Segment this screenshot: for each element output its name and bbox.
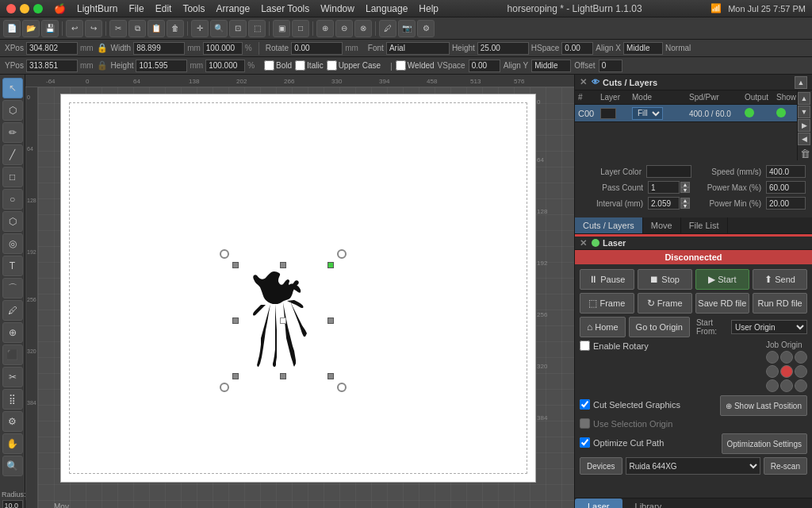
menu-language[interactable]: Language (366, 3, 408, 14)
spiral-tool[interactable]: ◎ (2, 233, 23, 254)
cuts-right-arrow[interactable]: ▶ (798, 119, 810, 132)
use-selection-check-row[interactable]: Use Selection Origin (580, 418, 672, 429)
interval-input[interactable] (648, 197, 680, 210)
origin-bl[interactable] (766, 379, 779, 392)
italic-checkbox[interactable] (295, 60, 305, 71)
handle-tm[interactable] (280, 262, 286, 268)
zoom-tool[interactable]: 🔍 (2, 456, 23, 476)
center-handle[interactable] (280, 318, 286, 324)
pass-count-input[interactable] (648, 181, 680, 194)
redo-btn[interactable]: ↪ (85, 20, 102, 37)
cuts-down-arrow[interactable]: ▼ (798, 106, 810, 118)
menu-help[interactable]: Help (419, 3, 439, 14)
handle-ml[interactable] (232, 318, 239, 324)
start-from-select[interactable]: User Origin Absolute Coords Current Posi… (731, 320, 807, 334)
font-input[interactable] (386, 42, 450, 55)
origin-mc[interactable] (780, 365, 793, 378)
start-btn[interactable]: ▶ Start (695, 269, 750, 290)
zoom-btn[interactable]: 🔍 (210, 20, 228, 37)
handle-tl[interactable] (232, 262, 239, 268)
ellipse-tool[interactable]: ○ (2, 189, 23, 210)
italic-check-label[interactable]: Italic (295, 60, 324, 71)
optimize-check-row[interactable]: Optimize Cut Path (580, 437, 664, 448)
handle-mr[interactable] (327, 318, 334, 324)
devices-btn[interactable]: Devices (580, 457, 622, 475)
radius-input[interactable] (2, 500, 23, 508)
selected-graphic[interactable] (236, 265, 331, 376)
delete-btn[interactable]: 🗑 (167, 20, 184, 37)
show-cell[interactable] (773, 108, 797, 119)
menu-tools[interactable]: Tools (182, 3, 205, 14)
cuts-eye-icon[interactable]: 👁 (592, 78, 599, 87)
offset-input[interactable] (599, 60, 622, 72)
handle-bl[interactable] (232, 373, 239, 379)
boolean-sub-btn[interactable]: ⊖ (335, 20, 353, 37)
speed-input[interactable] (766, 165, 806, 178)
cut-selected-check-row[interactable]: Cut Selected Graphics (580, 399, 680, 410)
paste-btn[interactable]: 📋 (147, 20, 165, 37)
camera-btn[interactable]: 📷 (398, 20, 416, 37)
welded-checkbox[interactable] (396, 60, 406, 71)
origin-ml[interactable] (766, 365, 779, 378)
boolean-union-btn[interactable]: ⊕ (316, 20, 334, 37)
enable-rotary-row[interactable]: Enable Rotary (580, 341, 649, 351)
pause-btn[interactable]: ⏸ Pause (580, 269, 634, 290)
height-input[interactable] (136, 60, 187, 72)
canvas-area[interactable]: -64 0 64 138 202 266 330 394 458 513 576… (25, 75, 574, 508)
run-rd-btn[interactable]: Run RD file (753, 293, 807, 314)
rotate-input[interactable] (291, 42, 343, 55)
interval-down[interactable]: ▼ (680, 203, 690, 209)
copy-btn[interactable]: ⧉ (128, 20, 146, 37)
device-select[interactable]: Ruida 644XG (626, 457, 760, 475)
align-y-input[interactable] (531, 60, 571, 72)
home-btn[interactable]: ⌂ Home (580, 317, 626, 337)
move-btn[interactable]: ✛ (191, 20, 209, 37)
frame-btn-2[interactable]: ↻ Frame (638, 293, 692, 314)
upper-check-label[interactable]: Upper Case (327, 60, 381, 71)
zoom-fit-btn[interactable]: ⊡ (229, 20, 247, 37)
line-tool[interactable]: ╱ (2, 144, 23, 165)
width-input[interactable] (133, 42, 185, 55)
cuts-up-arrow[interactable]: ▲ (798, 92, 810, 105)
close-button[interactable] (6, 4, 16, 13)
settings-tool[interactable]: ⚙ (2, 411, 23, 432)
ypos-input[interactable] (26, 60, 78, 72)
scale-w-input[interactable] (203, 42, 243, 55)
laser-close-btn[interactable]: ✕ (580, 238, 587, 248)
bold-checkbox[interactable] (264, 60, 274, 71)
goto-origin-btn[interactable]: Go to Origin (629, 317, 690, 337)
align-x-input[interactable] (623, 42, 663, 55)
maximize-button[interactable] (33, 4, 43, 13)
origin-bc[interactable] (780, 379, 793, 392)
mode-dropdown[interactable]: Fill (632, 107, 663, 120)
menu-laser-tools[interactable]: Laser Tools (261, 3, 309, 14)
rotate-handle-tl[interactable] (220, 249, 229, 259)
power-min-input[interactable] (766, 197, 806, 210)
font-height-input[interactable] (477, 42, 529, 55)
pass-count-arrows[interactable]: ▲ ▼ (680, 182, 690, 193)
interval-arrows[interactable]: ▲ ▼ (680, 198, 690, 209)
rotate-handle-bl[interactable] (220, 383, 229, 392)
save-rd-btn[interactable]: Save RD file (695, 293, 750, 314)
cut-tool[interactable]: ✂ (2, 367, 23, 387)
xpos-input[interactable] (26, 42, 78, 55)
tab-file-list[interactable]: File List (681, 217, 728, 233)
interval-stepper[interactable]: ▲ ▼ (648, 197, 690, 210)
tab-move[interactable]: Move (643, 217, 681, 233)
layer-color-cell[interactable] (597, 108, 629, 119)
handle-tr[interactable] (327, 262, 334, 268)
canvas-grid[interactable]: 0 64 128 192 256 320 384 (38, 87, 574, 508)
show-dot[interactable] (776, 108, 786, 117)
origin-tr[interactable] (795, 351, 807, 364)
open-btn[interactable]: 📂 (22, 20, 40, 37)
array-tool[interactable]: ⣿ (2, 389, 23, 410)
upper-checkbox[interactable] (327, 60, 337, 71)
layer-mode-cell[interactable]: Fill (629, 107, 686, 120)
handle-bm[interactable] (280, 373, 286, 379)
bezier-tool[interactable]: ⌒ (2, 278, 23, 298)
pass-count-up[interactable]: ▲ (680, 182, 690, 187)
tab-library[interactable]: Library (622, 498, 675, 508)
cuts-left-arrow[interactable]: ◀ (798, 133, 810, 145)
rotate-handle-br[interactable] (337, 383, 347, 392)
cut-btn[interactable]: ✂ (109, 20, 127, 37)
